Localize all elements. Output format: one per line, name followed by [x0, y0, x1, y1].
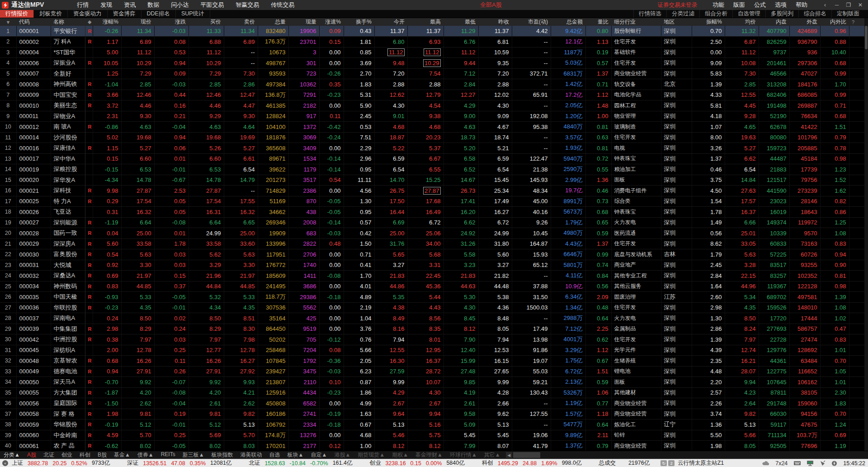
table-row[interactable]: 2000002万 科AR1.176.890.086.886.89176.3万23… [0, 37, 864, 48]
header-cur-volume[interactable]: 现量 [288, 18, 319, 26]
header-inout-ratio[interactable]: 内外比 [820, 18, 849, 26]
vertical-scrollbar[interactable] [864, 18, 868, 451]
bottom-tab-2[interactable]: 北证 [40, 451, 58, 459]
header-outer-vol[interactable]: 外盘 [789, 18, 820, 26]
header-amount[interactable]: 总金额 [551, 18, 585, 26]
index-3[interactable]: 创业3238.16 0.150.00% 5840亿 [369, 459, 464, 467]
header-price[interactable]: 现价 [121, 18, 154, 26]
tool-3[interactable]: 自选管理 [732, 10, 765, 18]
header-low[interactable]: 最低 [443, 18, 478, 26]
header-index[interactable]: ▼ [0, 18, 16, 26]
table-row[interactable]: 4000006深振业AR10.0510.290.9410.29--4987673… [0, 58, 864, 69]
table-row[interactable]: 25000034神州数码R0.8344.850.3744.8444.852414… [0, 281, 864, 292]
table-row[interactable]: 14000019深粮控股-0.156.53-0.016.536.54396221… [0, 164, 864, 175]
menu-3[interactable]: 数据 [142, 1, 165, 9]
table-row[interactable]: 33000049德赛电池R0.9427.910.2627.9127.922394… [0, 366, 864, 377]
refresh-badge-icon[interactable]: ↻ [660, 460, 667, 466]
bottom-tab-3[interactable]: 创业 [58, 451, 76, 459]
bottom-tab-4[interactable]: 科创 [76, 451, 94, 459]
tab-0[interactable]: 行情报价 [0, 10, 34, 18]
tool-2[interactable]: 组合分析 [699, 10, 732, 18]
table-row[interactable]: 31000045深纺织A2.0012.780.2512.7712.7825846… [0, 345, 864, 356]
tool-4[interactable]: 多股同列 [765, 10, 798, 18]
monitor-icon[interactable] [807, 461, 813, 466]
antenna-icon[interactable] [820, 461, 826, 466]
index-4[interactable]: 科创1495.29 24.881.69% 998.0亿 [482, 459, 582, 467]
table-row[interactable]: 3000004*ST国华5.0011.120.5311.12--1067330.… [0, 47, 864, 58]
menu-1[interactable]: 发现 [94, 1, 118, 9]
header-high[interactable]: 最高 [407, 18, 443, 26]
tabs-scroll-left-icon[interactable]: ◀ [506, 452, 512, 458]
menu-5[interactable]: 平面交易 [194, 1, 230, 9]
right-menu-2[interactable]: 公式 [750, 1, 770, 9]
header-inner-vol[interactable]: 内盘 [759, 18, 789, 26]
menu-6[interactable]: 智赢交易 [230, 1, 265, 9]
header-industry[interactable]: 细分行业 [611, 18, 661, 26]
table-row[interactable]: 34000050深天马AR-0.709.92-0.079.929.9321380… [0, 377, 864, 388]
table-row[interactable]: 29000039中集集团R2.988.290.248.298.308644509… [0, 324, 864, 334]
table-row[interactable]: 30000042中洲控股R0.387.970.037.977.985020270… [0, 334, 864, 345]
bottom-tab-13[interactable]: 板块▲ [284, 451, 307, 459]
bottom-tab-17[interactable]: 期权▲ [388, 451, 412, 459]
bottom-tab-0[interactable]: 分类▲ [0, 451, 24, 459]
expand-indices-icon[interactable]: « [2, 460, 8, 466]
table-row[interactable]: 12000016深康佳AR1.155.270.065.265.273656083… [0, 143, 864, 154]
header-code[interactable]: 代码 [16, 18, 51, 26]
bottom-tab-9[interactable]: 新三板▲ [179, 451, 208, 459]
tab-3[interactable]: 资金博弈 [108, 10, 142, 18]
menu-7[interactable]: 传统交易 [265, 1, 300, 9]
table-row[interactable]: 27000036华联控股R-0.234.35-0.014.344.3530753… [0, 302, 864, 313]
header-volume[interactable]: 总量 [258, 18, 288, 26]
table-row[interactable]: 11000014沙河股份5.0219.680.9419.6819.6918187… [0, 132, 864, 143]
bottom-tab-15[interactable]: 港股▲ [330, 451, 354, 459]
bottom-tab-11[interactable]: 港美联动 [237, 451, 266, 459]
header-amplitude[interactable]: 振幅% [692, 18, 725, 26]
table-row[interactable]: 6000008神州高铁R-1.042.85-0.032.852.86497384… [0, 79, 864, 90]
table-row[interactable]: 23000031大悦城R0.923.300.033.293.3017677217… [0, 260, 864, 271]
header-bid[interactable]: 买价 [189, 18, 224, 26]
minimize-icon[interactable]: ─ [832, 2, 842, 8]
restore-icon[interactable]: ❐ [844, 2, 854, 8]
table-row[interactable]: 26000035中国天楹R-0.935.33-0.055.325.33118.7… [0, 292, 864, 303]
bottom-tab-16[interactable]: 期货现货▲ [354, 451, 388, 459]
menu-0[interactable]: 行情 [71, 1, 94, 9]
header-pct-change[interactable]: 涨幅% [93, 18, 121, 26]
right-menu-1[interactable]: 版面 [729, 1, 750, 9]
tool-1[interactable]: 分类过滤 [666, 10, 699, 18]
table-row[interactable]: 22000030富奥股份R0.545.630.035.625.631179512… [0, 249, 864, 260]
tab-4[interactable]: DDE排名 [142, 10, 176, 18]
menu-4[interactable]: 问小达 [165, 1, 194, 9]
bottom-tab-1[interactable]: A股 [24, 451, 40, 459]
header-vol-ratio[interactable]: 量比 [585, 18, 611, 26]
bottom-tab-5[interactable]: B股 [94, 451, 110, 459]
index-0[interactable]: 上证3882.78 20.250.52% 9733亿 [12, 459, 110, 467]
header-pe[interactable]: 市盈(动) [512, 18, 551, 26]
header-change[interactable]: 涨跌 [154, 18, 189, 26]
right-menu-0[interactable]: 功能 [708, 1, 729, 9]
tabs-scrollbar[interactable] [513, 452, 540, 458]
speed-bolt-icon[interactable] [832, 461, 837, 466]
close-icon[interactable]: ✕ [855, 2, 865, 8]
table-row[interactable]: 10000012南 玻AR-0.864.63-0.044.634.6410410… [0, 122, 864, 133]
table-row[interactable]: 13000017深中华A0.156.600.016.606.6189671153… [0, 153, 864, 164]
bottom-tab-14[interactable]: 自定▲ [307, 451, 331, 459]
table-row[interactable]: 19000027深圳能源R-1.196.64-0.086.646.6526934… [0, 217, 864, 228]
header-speed[interactable]: 涨速% [319, 18, 344, 26]
table-row[interactable]: 21000029深深房AR5.6033.581.7833.5833.601339… [0, 238, 864, 249]
tool-0[interactable]: 行情筛选 [633, 10, 666, 18]
tool-5[interactable]: 综合排名 [798, 10, 831, 18]
header-r-flag[interactable]: ◆ [85, 18, 93, 26]
scrollbar-thumb[interactable] [865, 26, 868, 49]
bottom-tab-18[interactable]: 基金理财▲ [412, 451, 446, 459]
tab-2[interactable]: 资金驱动力 [68, 10, 108, 18]
header-prev-close[interactable]: 昨收 [478, 18, 512, 26]
bottom-tab-6[interactable]: 基金▲ [110, 451, 134, 459]
right-menu-4[interactable]: 帮助 [791, 1, 812, 9]
index-2[interactable]: 北证1528.63 -10.84-0.70% 161.4亿 [249, 459, 352, 467]
table-row[interactable]: 5000007全新好1.257.290.097.297.3093593723-0… [0, 68, 864, 79]
login-status[interactable]: 证券交易未登录 [658, 1, 698, 9]
table-row[interactable]: 1000001平安银行R-0.2611.34-0.0311.3311.34832… [0, 26, 864, 37]
header-region[interactable]: 地区 [661, 18, 692, 26]
table-row[interactable]: 7000009中国宝安R3.6612.460.4412.4612.47136.8… [0, 90, 864, 100]
table-row[interactable]: 8000010美丽生态R3.724.460.164.464.4746138521… [0, 100, 864, 111]
